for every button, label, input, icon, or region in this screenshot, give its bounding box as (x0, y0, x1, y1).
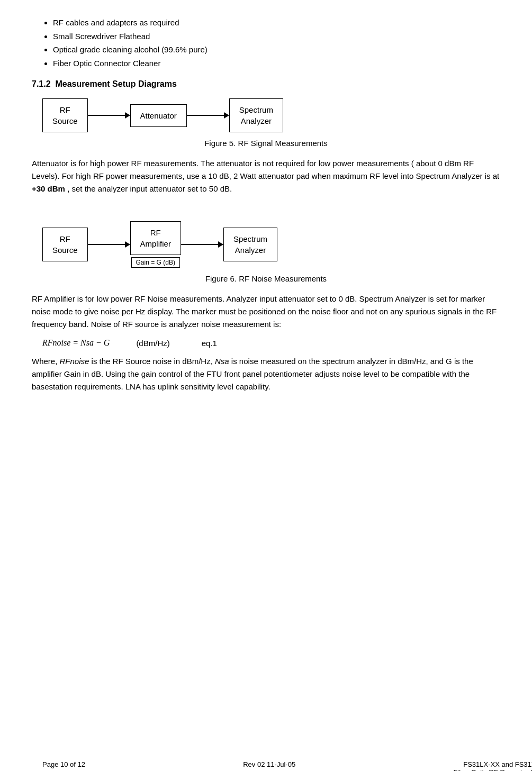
figure6-gain-label: Gain = G (dB) (131, 257, 180, 268)
figure5-arrow2 (187, 112, 229, 119)
figure5-diagram: RFSource Attenuator SpectrumAnalyzer (32, 98, 500, 132)
equation-lhs: RFnoise = Nsa − G (42, 338, 110, 348)
figure5-box-attenuator: Attenuator (130, 104, 187, 127)
footer-revision: Rev 02 11-Jul-05 (243, 760, 295, 771)
section-heading: 7.1.2 Measurement Setup Diagrams (32, 79, 500, 89)
figure6-box-spectrum: SpectrumAnalyzer (223, 228, 277, 261)
bullet-item-4: Fiber Optic Connector Cleaner (53, 57, 500, 70)
where-description: Where, RFnoise is the RF Source noise in… (32, 355, 500, 393)
figure6-diagram: RFSource RFAmplifier Gain = G (dB) Spect… (32, 221, 500, 268)
equation-block: RFnoise = Nsa − G (dBm/Hz) eq.1 (42, 338, 500, 348)
figure6-caption: Figure 6. RF Noise Measurements (32, 274, 500, 283)
bullet-item-1: RF cables and adapters as required (53, 16, 500, 30)
figure6-arrow1 (88, 241, 130, 248)
footer-document-info: FS31LX-XX and FS31X-85-C Fiber Optic RF … (453, 760, 532, 771)
figure6-arrow2 (181, 241, 223, 248)
figure5-box-source: RFSource (42, 98, 88, 132)
bullet-item-2: Small Screwdriver Flathead (53, 30, 500, 43)
figure6-amplifier-col: RFAmplifier Gain = G (dB) (130, 221, 181, 268)
figure6-box-amplifier: RFAmplifier (130, 221, 181, 255)
figure6-box-source: RFSource (42, 228, 88, 261)
equation-unit: (dBm/Hz) (136, 339, 169, 348)
figure5-caption: Figure 5. RF Signal Measurements (32, 139, 500, 148)
figure5-box-spectrum: SpectrumAnalyzer (229, 98, 283, 132)
figure5-arrow1 (88, 112, 130, 119)
figure5-description: Attenuator is for high power RF measurem… (32, 157, 500, 195)
figure6-description: RF Amplifier is for low power RF Noise m… (32, 293, 500, 331)
equation-label: eq.1 (202, 339, 217, 348)
page-footer: Page 10 of 12 Rev 02 11-Jul-05 FS31LX-XX… (32, 760, 532, 771)
bullet-list: RF cables and adapters as required Small… (53, 16, 500, 70)
footer-page-number: Page 10 of 12 (42, 760, 85, 771)
bullet-item-3: Optical grade cleaning alcohol (99.6% pu… (53, 43, 500, 57)
